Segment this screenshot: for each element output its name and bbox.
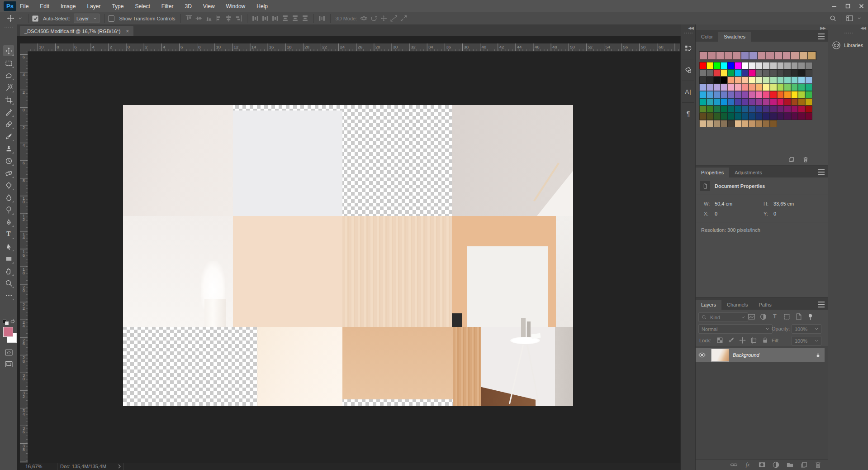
swatch[interactable]	[713, 120, 721, 127]
3d-pan-button[interactable]	[379, 14, 389, 23]
swatch[interactable]	[742, 69, 749, 77]
swatch[interactable]	[735, 106, 742, 113]
paragraph-panel-icon[interactable]: ¶	[683, 108, 694, 119]
swatch[interactable]	[756, 84, 763, 91]
swatch[interactable]	[749, 91, 756, 98]
filter-adjustment-layers-button[interactable]	[758, 312, 768, 321]
swatch[interactable]	[770, 98, 777, 106]
swatch[interactable]	[805, 84, 812, 91]
default-colors-icon[interactable]	[3, 320, 9, 326]
swatch[interactable]	[798, 98, 805, 106]
magic-wand-tool[interactable]	[3, 82, 14, 93]
delete-swatch-button[interactable]	[801, 155, 811, 164]
tool-preset-chevron-icon[interactable]	[15, 14, 25, 23]
swatch[interactable]	[721, 62, 728, 69]
workspace-chevron-icon[interactable]	[854, 14, 864, 23]
type-tool[interactable]: T	[3, 229, 14, 240]
move-tool[interactable]	[3, 45, 14, 56]
swatch[interactable]	[784, 98, 791, 106]
swatch[interactable]	[784, 84, 791, 91]
swatch[interactable]	[735, 98, 742, 106]
recent-swatch[interactable]	[766, 52, 774, 60]
show-transform-checkbox[interactable]	[108, 15, 114, 22]
swatch[interactable]	[735, 84, 742, 91]
swatch[interactable]	[713, 62, 721, 69]
swatch[interactable]	[742, 62, 749, 69]
quick-mask-button[interactable]	[3, 347, 14, 358]
libraries-collapse-icon[interactable]: ◀◀	[860, 26, 866, 30]
layer-style-button[interactable]: fx	[743, 461, 753, 469]
swatch[interactable]	[707, 98, 714, 106]
swatch[interactable]	[742, 106, 749, 113]
recent-swatch[interactable]	[749, 52, 757, 60]
swatch[interactable]	[735, 113, 742, 120]
swatch[interactable]	[707, 69, 714, 77]
swatch[interactable]	[756, 91, 763, 98]
properties-panel-menu-icon[interactable]	[818, 169, 825, 175]
zoom-tool[interactable]	[3, 278, 14, 288]
swatch[interactable]	[770, 120, 777, 127]
swatch[interactable]	[721, 113, 728, 120]
new-swatch-button[interactable]	[786, 155, 796, 164]
lock-position-button[interactable]	[737, 336, 747, 344]
tab-adjustments[interactable]: Adjustments	[729, 168, 768, 177]
recent-swatch[interactable]	[791, 52, 799, 60]
foreground-color-swatch[interactable]	[3, 327, 13, 337]
menu-help[interactable]: Help	[256, 3, 269, 10]
lock-all-button[interactable]	[760, 336, 770, 344]
ruler-origin-corner[interactable]	[20, 43, 28, 52]
history-brush-tool[interactable]	[3, 155, 14, 166]
swatch[interactable]	[707, 84, 714, 91]
close-button[interactable]	[854, 0, 868, 12]
recent-swatch[interactable]	[807, 52, 816, 60]
character-panel-icon[interactable]: A|	[683, 86, 694, 97]
distribute-bottom-edges-button[interactable]	[270, 14, 280, 23]
swatch[interactable]	[763, 77, 770, 84]
swatch[interactable]	[699, 120, 707, 127]
swatch[interactable]	[805, 77, 812, 84]
swatch[interactable]	[742, 120, 749, 127]
swatch[interactable]	[699, 113, 707, 120]
swatch[interactable]	[763, 69, 770, 77]
swatch[interactable]	[777, 69, 784, 77]
swatch[interactable]	[742, 84, 749, 91]
layer-filter-kind-dropdown[interactable]: Kind	[698, 312, 748, 322]
swatch[interactable]	[735, 62, 742, 69]
swatch[interactable]	[735, 77, 742, 84]
swatch[interactable]	[791, 113, 798, 120]
swatch[interactable]	[791, 84, 798, 91]
horizontal-ruler[interactable]: 1086420246810121416182022242628303234363…	[28, 43, 680, 52]
swatch[interactable]	[805, 62, 812, 69]
swatch[interactable]	[777, 98, 784, 106]
layer-row-background[interactable]: Background	[696, 348, 825, 362]
recent-swatch[interactable]	[799, 52, 807, 60]
swatch[interactable]	[791, 106, 798, 113]
menu-3d[interactable]: 3D	[184, 3, 192, 10]
layer-filter-toggle-button[interactable]	[805, 312, 815, 321]
auto-select-target-dropdown[interactable]: Layer	[74, 14, 100, 23]
swatch[interactable]	[777, 113, 784, 120]
edit-toolbar[interactable]	[3, 290, 14, 301]
swatch[interactable]	[727, 113, 735, 120]
swatch[interactable]	[727, 98, 735, 106]
expand-panels-icon[interactable]: ◀◀	[688, 26, 693, 30]
add-layer-mask-button[interactable]	[757, 461, 767, 469]
opacity-field[interactable]: 100%	[792, 324, 821, 334]
tab-channels[interactable]: Channels	[721, 300, 753, 310]
document-tab[interactable]: _DSC4505-Modifica.tif @ 16,7% (RGB/16*) …	[20, 26, 133, 36]
swatch[interactable]	[721, 84, 728, 91]
workspace-switcher-icon[interactable]	[844, 14, 854, 23]
distribute-horizontal-centers-button[interactable]	[290, 14, 300, 23]
swatch[interactable]	[749, 120, 756, 127]
swatch[interactable]	[699, 98, 707, 106]
swatch[interactable]	[798, 62, 805, 69]
swatch[interactable]	[777, 91, 784, 98]
tab-color[interactable]: Color	[696, 32, 718, 42]
swatch[interactable]	[777, 84, 784, 91]
swatch[interactable]	[749, 113, 756, 120]
swatch[interactable]	[699, 69, 707, 77]
swatch[interactable]	[713, 98, 721, 106]
swatch[interactable]	[707, 113, 714, 120]
distribute-vertical-centers-button[interactable]	[261, 14, 270, 23]
maximize-button[interactable]	[841, 0, 854, 12]
